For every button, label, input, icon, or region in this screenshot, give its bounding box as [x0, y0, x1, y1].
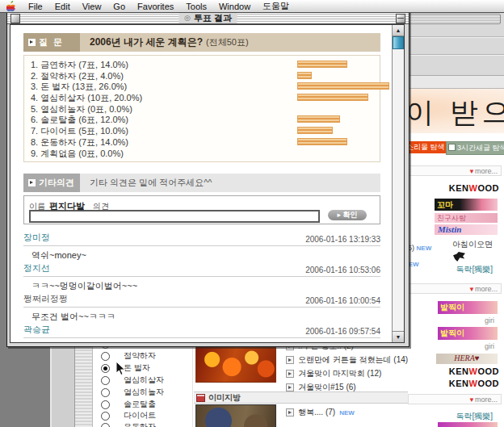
comment-author-link[interactable]: 쩡쩌러정쩡: [23, 293, 68, 305]
post-icon: [286, 408, 294, 417]
result-bar: [297, 115, 340, 123]
bullet-square-icon: [28, 39, 36, 46]
result-bar: [297, 138, 347, 145]
ad-girl-banner-2[interactable]: 발찍이: [438, 327, 498, 340]
poll-result-row: 4. 열심히살자 (10표, 20.0%): [31, 92, 380, 103]
poll-result-row: 2. 절약하자 (2표, 4.0%): [31, 70, 380, 82]
ad-morning-link[interactable]: 아침이오면: [452, 239, 493, 250]
poll-result-row: 5. 열심히놀자 (0표, 0.0%): [31, 103, 380, 115]
opinion-help-text: 기타 의견은 밑에 적어주세요^^: [90, 177, 212, 189]
opinion-label: 의견: [93, 202, 109, 211]
ad-kenwood[interactable]: KENWOOD: [449, 366, 499, 376]
ad-girl-banner-cut[interactable]: [438, 422, 498, 427]
collapse-box-icon[interactable]: [396, 14, 405, 23]
menu-favorites[interactable]: Favorites: [137, 2, 174, 11]
radio-icon: [101, 423, 110, 427]
ad-girl-banner-1[interactable]: 발찍이: [438, 301, 498, 314]
vertical-scrollbar[interactable]: ▲ ▼: [392, 25, 404, 342]
submit-button[interactable]: ▸ 확인: [328, 210, 367, 220]
giri-link-2[interactable]: giri: [485, 342, 494, 350]
radio-icon: [101, 412, 110, 421]
poll-result-row: 3. 돈 벌자 (13표, 26.0%): [31, 81, 380, 92]
ad-kenwood[interactable]: KENWOOD: [449, 379, 499, 388]
menu-view[interactable]: View: [82, 2, 102, 11]
result-bar: [297, 72, 312, 79]
new-badge: NEW: [417, 245, 432, 252]
new-badge: NEW: [339, 409, 355, 417]
result-bar: [297, 127, 333, 134]
menu-tools[interactable]: Tools: [186, 2, 207, 11]
radio-icon: [101, 376, 110, 385]
banner-text: 이 받으세: [405, 94, 504, 132]
image-room-thumbnail[interactable]: [195, 404, 276, 427]
comment-author-link[interactable]: 장미정: [23, 232, 50, 244]
menu-window[interactable]: Window: [219, 2, 250, 11]
radio-option-3[interactable]: 열심히살자: [101, 375, 164, 386]
badge-sound-search[interactable]: 소리몰 탐색: [404, 141, 447, 153]
menu-edit[interactable]: Edit: [55, 2, 70, 11]
post-icon: [286, 370, 294, 378]
name-value: 편지다발: [49, 201, 85, 211]
comment-item: 정지선2006-01-16 10:53:06 ㅋㅋ~~멍멍이같이벌어~~~: [23, 259, 380, 292]
comment-item: 쩡쩌러정쩡2006-01-16 10:00:54 무조건 벌어~~ㅋㅋㅋ: [23, 290, 380, 323]
folder-icon: [196, 394, 205, 402]
badge-new-posts[interactable]: 3시간새글 탐색: [446, 141, 504, 155]
scroll-down-icon[interactable]: ▼: [393, 331, 404, 342]
post-icon: [286, 356, 294, 364]
scrollbar-thumb[interactable]: [393, 36, 404, 49]
radio-option-5[interactable]: 솔로탈출: [101, 399, 156, 410]
menu-go[interactable]: Go: [113, 2, 125, 11]
triangle-down-icon: ▼: [468, 168, 475, 175]
window-title-icon: ◎: [184, 14, 191, 22]
more-link-bottom[interactable]: ▼more...: [408, 394, 502, 404]
poll-total-votes: (전체50표): [206, 36, 249, 48]
close-box-icon[interactable]: [10, 14, 20, 23]
radio-option-4[interactable]: 열심히놀자: [101, 387, 164, 398]
radio-option-6[interactable]: 다이어트: [101, 410, 156, 421]
poll-question-title: 2006년 내가 세운 계획은?: [90, 36, 203, 49]
radio-icon: [101, 400, 110, 409]
radio-icon: [101, 388, 110, 397]
menu-bar: File Edit View Go Favorites Tools Window…: [0, 0, 504, 13]
window-titlebar[interactable]: ◎ 투표 결과: [7, 12, 409, 24]
menu-help[interactable]: 도움말: [262, 0, 289, 12]
poll-result-window: ◎ 투표 결과 질 문 2006년 내가 세운 계획은? (전체50표) 1. …: [6, 11, 410, 347]
ad-mistin-banner[interactable]: Mistin: [435, 224, 498, 235]
image-room-header: 이미지방: [194, 391, 408, 404]
result-bar: [297, 94, 368, 101]
menu-file[interactable]: File: [28, 2, 43, 11]
comment-text: [23, 338, 380, 341]
triangle-down-icon: ▼: [468, 286, 475, 293]
poll-result-row: 6. 솔로탈출 (6표, 12.0%): [31, 114, 380, 125]
board-item-1[interactable]: 오랜만에 커튼을 젖혔는데 (14): [286, 354, 408, 366]
opinion-input[interactable]: [29, 210, 320, 223]
triangle-down-icon: ▼: [468, 396, 475, 404]
ad-kkoma-banner[interactable]: 꼬마: [435, 199, 498, 211]
opinion-header: 기타의견 기타 의견은 밑에 적어주세요^^: [23, 174, 380, 192]
radio-option-1[interactable]: 절약하자: [101, 350, 156, 362]
window-title: ◎ 투표 결과: [178, 12, 237, 23]
ad-kenwood[interactable]: KENWOOD: [449, 183, 499, 193]
comment-author-link[interactable]: 정지선: [23, 262, 50, 274]
board-item-2[interactable]: 겨울맞이 마지막회 (12): [286, 368, 381, 379]
apple-icon[interactable]: [6, 1, 16, 11]
giri-link-1[interactable]: giri: [485, 316, 494, 324]
lantern-photo-thumbnail[interactable]: [195, 344, 276, 383]
name-label: 이름: [29, 202, 45, 211]
comment-author-link[interactable]: 곽승균: [23, 324, 50, 336]
poll-result-row: 8. 운동하자 (7표, 14.0%): [31, 136, 380, 148]
comment-date: 2006-01-16 13:19:33: [305, 235, 380, 244]
ad-chingu-banner[interactable]: 친구사랑: [435, 213, 498, 223]
more-link-top[interactable]: ▼more...: [408, 165, 502, 176]
radio-option-7[interactable]: 운동하자: [101, 421, 156, 427]
scroll-up-icon[interactable]: ▲: [393, 25, 404, 36]
result-bar: [297, 61, 347, 68]
more-link-mid[interactable]: ▼more...: [408, 283, 502, 294]
dokrak-link[interactable]: 독락[獨樂]: [456, 264, 493, 275]
board-item-happy[interactable]: 행복.... (7)NEW: [286, 407, 355, 418]
dokrak-link[interactable]: 독락[獨樂]: [456, 411, 493, 422]
radio-icon: [101, 364, 110, 373]
comment-date: 2006-01-16 09:57:54: [305, 327, 380, 336]
hand-icon[interactable]: [453, 252, 465, 262]
ad-hera-banner[interactable]: HERA♥: [436, 354, 498, 364]
